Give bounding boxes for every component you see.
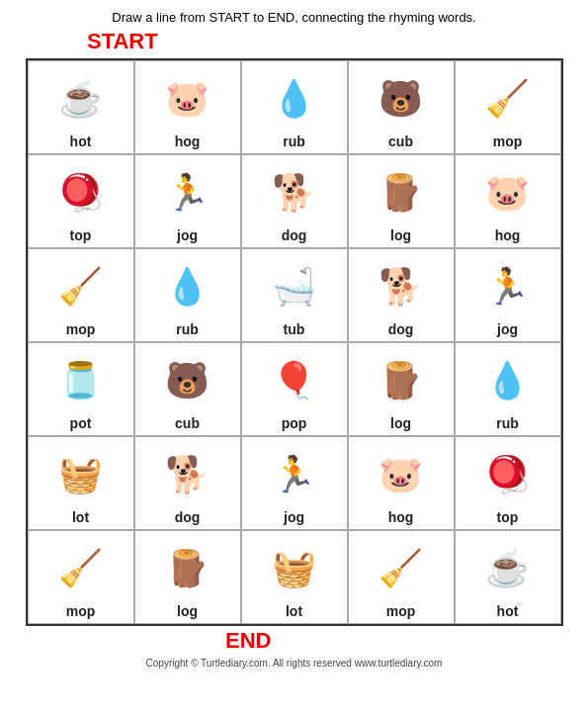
rub/wash-icon: 💧 — [165, 269, 210, 305]
grid-cell-19: 💧rub — [455, 342, 561, 436]
cell-label-27: lot — [286, 603, 302, 619]
dog-running-icon: 🐕 — [378, 269, 423, 305]
cell-label-25: mop — [66, 603, 96, 619]
cell-label-2: rub — [283, 134, 305, 149]
grid-cell-8: 🪵log — [348, 154, 455, 248]
grid-cell-6: 🏃jog — [134, 154, 241, 248]
hot-cup-icon: ☕ — [485, 551, 530, 586]
grid-cell-1: 🐷hog — [134, 60, 241, 154]
grid-cell-18: 🪵log — [348, 342, 455, 436]
cell-label-12: tub — [284, 321, 305, 337]
cell-label-22: jog — [284, 509, 304, 525]
dog-icon: 🐕 — [165, 457, 210, 493]
cell-label-20: lot — [72, 509, 89, 525]
cell-label-8: log — [390, 227, 411, 243]
grid-cell-28: 🧹mop — [348, 530, 455, 624]
cell-label-23: hog — [388, 509, 414, 525]
mop-icon: 🧹 — [58, 269, 103, 305]
grid-cell-12: 🛁tub — [241, 248, 348, 342]
grid-cell-21: 🐕dog — [134, 436, 241, 530]
cell-label-7: dog — [282, 227, 307, 243]
cell-label-1: hog — [175, 134, 201, 149]
cell-label-4: mop — [493, 134, 523, 149]
grid-cell-10: 🧹mop — [28, 248, 134, 342]
cell-label-28: mop — [386, 603, 416, 619]
basket-lot-icon: 🧺 — [58, 457, 103, 493]
pig/hog-icon: 🐷 — [165, 81, 210, 117]
dog-icon: 🐕 — [272, 175, 316, 211]
cell-label-17: pop — [282, 415, 307, 431]
grid-cell-2: 💧rub — [241, 60, 348, 154]
mop-icon: 🧹 — [378, 551, 423, 586]
pig/hog-icon: 🐷 — [485, 175, 530, 211]
rub-icon: 💧 — [485, 363, 530, 399]
bathtub-icon: 🛁 — [272, 269, 316, 305]
grid-cell-9: 🐷hog — [455, 154, 561, 248]
grid-cell-15: 🫙pot — [28, 342, 134, 436]
bear-cub-icon: 🐻 — [378, 81, 423, 117]
pig-icon: 🐷 — [378, 457, 423, 493]
jogging-icon: 🏃 — [272, 457, 316, 493]
cell-label-10: mop — [66, 321, 96, 337]
grid-cell-27: 🧺lot — [241, 530, 348, 624]
cell-label-26: log — [177, 603, 198, 619]
cell-label-29: hot — [497, 603, 519, 619]
cell-label-21: dog — [175, 509, 201, 525]
cub-icon: 🐻 — [165, 363, 210, 399]
spinning-top-icon: 🪀 — [485, 457, 530, 493]
balloon-pop-icon: 🎈 — [272, 363, 316, 399]
log-icon: 🪵 — [378, 175, 423, 211]
cell-label-9: hog — [495, 227, 521, 243]
mop-broom-icon: 🧹 — [485, 81, 530, 117]
grid-cell-24: 🪀top — [455, 436, 561, 530]
grid-cell-14: 🏃jog — [455, 248, 561, 342]
cell-label-6: jog — [177, 227, 198, 243]
spinning-top-icon: 🪀 — [58, 175, 103, 211]
hot-tea-cup-icon: ☕ — [58, 81, 103, 117]
person-jogging-icon: 🏃 — [165, 175, 210, 211]
cell-label-5: top — [70, 227, 92, 243]
end-label: END — [225, 628, 271, 654]
grid-cell-25: 🧹mop — [28, 530, 134, 624]
start-label: START — [87, 29, 158, 54]
cell-label-24: top — [497, 509, 519, 525]
cell-label-0: hot — [70, 134, 92, 149]
cell-label-19: rub — [496, 415, 519, 431]
instruction: Draw a line from START to END, connectin… — [112, 10, 475, 25]
grid-wrapper: ☕hot🐷hog💧rub🐻cub🧹mop🪀top🏃jog🐕dog🪵log🐷hog… — [26, 58, 563, 626]
cell-label-14: jog — [497, 321, 518, 337]
footer: Copyright © Turtlediary.com. All rights … — [146, 658, 443, 669]
grid-cell-20: 🧺lot — [28, 436, 134, 530]
log-icon: 🪵 — [378, 363, 423, 399]
log-icon: 🪵 — [165, 551, 210, 586]
grid-cell-4: 🧹mop — [455, 60, 561, 154]
grid-cell-29: ☕hot — [455, 530, 561, 624]
cell-label-15: pot — [70, 415, 92, 431]
pot-jar-icon: 🫙 — [58, 363, 103, 399]
grid-cell-22: 🏃jog — [241, 436, 348, 530]
grid-cell-17: 🎈pop — [241, 342, 348, 436]
cell-label-13: dog — [388, 321, 414, 337]
cell-label-3: cub — [388, 134, 413, 149]
grid-cell-5: 🪀top — [28, 154, 134, 248]
word-grid: ☕hot🐷hog💧rub🐻cub🧹mop🪀top🏃jog🐕dog🪵log🐷hog… — [28, 60, 561, 624]
basket-lot-icon: 🧺 — [272, 551, 316, 586]
cell-label-18: log — [390, 415, 411, 431]
grid-cell-23: 🐷hog — [348, 436, 455, 530]
grid-cell-13: 🐕dog — [348, 248, 455, 342]
grid-cell-0: ☕hot — [28, 60, 134, 154]
cell-label-11: rub — [176, 321, 199, 337]
cell-label-16: cub — [175, 415, 200, 431]
hand-washing/rub-icon: 💧 — [272, 81, 316, 117]
grid-cell-16: 🐻cub — [134, 342, 241, 436]
jogging-icon: 🏃 — [485, 269, 530, 305]
grid-cell-3: 🐻cub — [348, 60, 455, 154]
page: Draw a line from START to END, connectin… — [0, 0, 588, 717]
grid-cell-26: 🪵log — [134, 530, 241, 624]
grid-cell-7: 🐕dog — [241, 154, 348, 248]
grid-cell-11: 💧rub — [134, 248, 241, 342]
mop-icon: 🧹 — [58, 551, 103, 586]
